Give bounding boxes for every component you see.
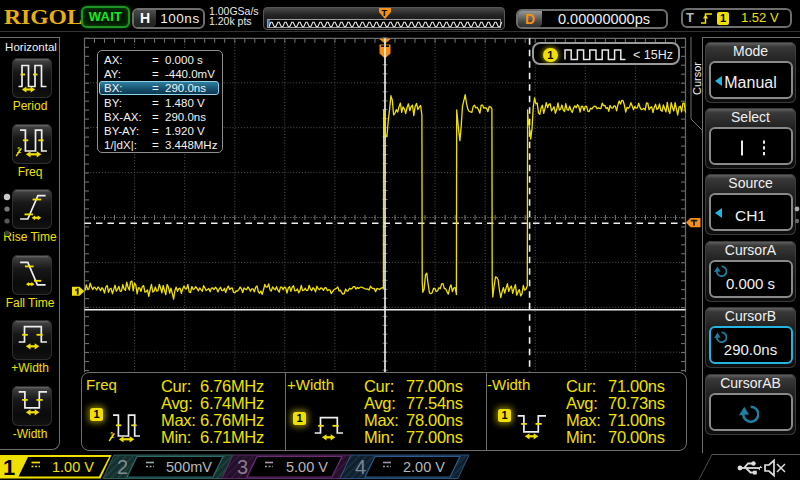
svg-text:5.00 V: 5.00 V [286, 459, 328, 475]
svg-text:1: 1 [3, 455, 15, 480]
svg-text:1.00 V: 1.00 V [52, 459, 94, 475]
svg-text:3: 3 [237, 456, 248, 478]
svg-text:4: 4 [355, 456, 366, 478]
svg-text:2: 2 [117, 456, 128, 478]
svg-text:T: T [382, 8, 388, 18]
svg-text:500mV: 500mV [166, 459, 212, 475]
svg-text:2.00 V: 2.00 V [403, 459, 445, 475]
